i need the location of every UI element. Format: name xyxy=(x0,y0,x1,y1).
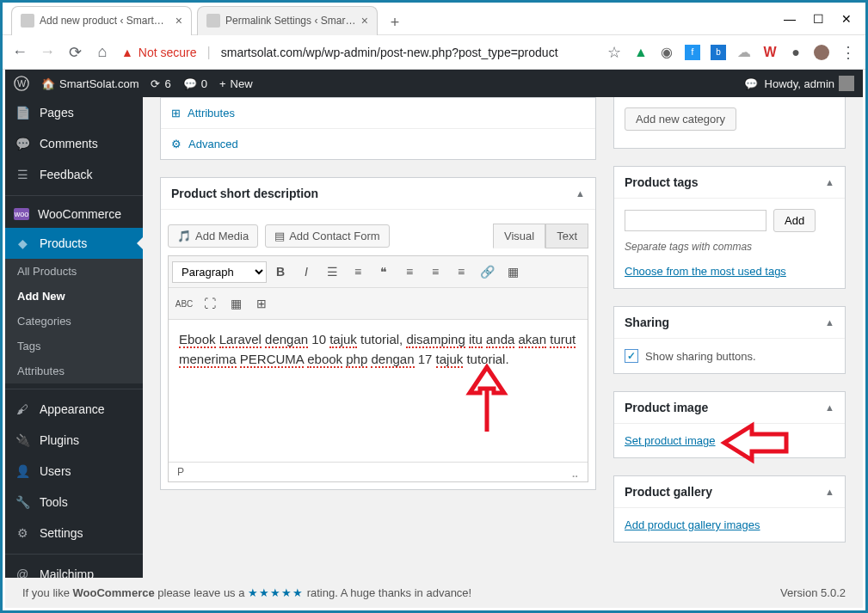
maximize-button[interactable]: ☐ xyxy=(813,12,824,26)
page-icon: 📄 xyxy=(14,104,31,121)
media-icon: 🎵 xyxy=(177,230,191,242)
star-icon[interactable]: ☆ xyxy=(606,43,623,62)
browser-tab[interactable]: Permalink Settings ‹ SmartSolat.c × xyxy=(197,6,378,35)
submenu-attributes[interactable]: Attributes xyxy=(5,359,143,383)
home-button[interactable]: ⌂ xyxy=(94,43,111,61)
profile-avatar[interactable] xyxy=(814,45,829,60)
quote-button[interactable]: ❝ xyxy=(372,260,396,284)
set-product-image-link[interactable]: Set product image xyxy=(625,434,716,447)
tab-attributes[interactable]: ⊞Attributes xyxy=(161,98,595,129)
tab-advanced[interactable]: ⚙Advanced xyxy=(161,129,595,159)
category-box: Add new category xyxy=(613,97,846,149)
site-link[interactable]: 🏠SmartSolat.com xyxy=(41,77,139,90)
editor-content[interactable]: Ebook Laravel dengan 10 tajuk tutorial, … xyxy=(169,320,588,462)
updates-link[interactable]: ⟳6 xyxy=(151,77,170,90)
admin-menu: 📄Pages 💬Comments ☰Feedback wooWooCommerc… xyxy=(5,97,143,578)
menu-appearance[interactable]: 🖌Appearance xyxy=(5,394,143,425)
visual-tab[interactable]: Visual xyxy=(493,224,545,248)
products-icon: ◆ xyxy=(14,235,31,252)
submenu-all-products[interactable]: All Products xyxy=(5,259,143,284)
toggle-icon[interactable]: ▲ xyxy=(825,487,834,497)
menu-mailchimp[interactable]: @Mailchimp xyxy=(5,559,143,578)
browser-tab-active[interactable]: Add new product ‹ SmartSolat.co × xyxy=(11,6,192,35)
new-link[interactable]: +New xyxy=(219,77,253,90)
home-icon: 🏠 xyxy=(41,77,55,90)
ext-icon[interactable]: ☁ xyxy=(736,45,752,60)
numbered-list-button[interactable]: ≡ xyxy=(346,260,370,284)
align-left-button[interactable]: ≡ xyxy=(397,260,422,284)
comment-icon: 💬 xyxy=(183,77,197,90)
toggle-icon[interactable]: ▲ xyxy=(576,188,585,199)
rating-link[interactable]: ★★★★★ xyxy=(248,586,304,599)
more-button[interactable]: ⊞ xyxy=(249,291,274,316)
address-bar: ← → ⟳ ⌂ ▲ Not secure | smartsolat.com/wp… xyxy=(3,35,865,70)
ext-icon[interactable]: b xyxy=(711,45,726,60)
toolbar-toggle-button[interactable]: ▦ xyxy=(501,260,525,284)
add-category-button[interactable]: Add new category xyxy=(625,107,736,131)
woocommerce-icon: woo xyxy=(14,208,29,220)
resize-handle[interactable]: ⣀ xyxy=(571,466,579,478)
table-button[interactable]: ▦ xyxy=(224,291,248,316)
menu-feedback[interactable]: ☰Feedback xyxy=(5,159,143,190)
submenu-categories[interactable]: Categories xyxy=(5,309,143,334)
close-button[interactable]: ✕ xyxy=(841,12,852,26)
add-gallery-link[interactable]: Add product gallery images xyxy=(625,518,760,531)
text-tab[interactable]: Text xyxy=(545,224,588,248)
ext-icon[interactable]: W xyxy=(762,45,778,60)
menu-pages[interactable]: 📄Pages xyxy=(5,97,143,128)
menu-users[interactable]: 👤Users xyxy=(5,456,143,487)
close-icon[interactable]: × xyxy=(175,14,182,28)
link-button[interactable]: 🔗 xyxy=(475,260,499,284)
ext-icon[interactable]: ◉ xyxy=(659,45,674,60)
forward-button[interactable]: → xyxy=(39,43,56,61)
strikethrough-button[interactable]: ABC xyxy=(172,291,196,316)
add-media-button[interactable]: 🎵Add Media xyxy=(168,224,258,248)
choose-tags-link[interactable]: Choose from the most used tags xyxy=(625,265,786,278)
new-tab-button[interactable]: + xyxy=(383,11,407,35)
sharing-checkbox[interactable]: ✓ xyxy=(625,349,638,363)
settings-icon: ⚙ xyxy=(14,524,31,542)
back-button[interactable]: ← xyxy=(11,43,28,61)
submenu-tags[interactable]: Tags xyxy=(5,334,143,359)
fullscreen-button[interactable]: ⛶ xyxy=(198,291,222,316)
tools-icon: 🔧 xyxy=(14,493,31,511)
menu-tools[interactable]: 🔧Tools xyxy=(5,487,143,518)
comments-link[interactable]: 💬0 xyxy=(183,77,207,90)
menu-products[interactable]: ◆Products xyxy=(5,228,143,259)
menu-comments[interactable]: 💬Comments xyxy=(5,128,143,159)
italic-button[interactable]: I xyxy=(294,260,318,284)
format-select[interactable]: Paragraph xyxy=(172,261,267,283)
menu-settings[interactable]: ⚙Settings xyxy=(5,518,143,549)
bold-button[interactable]: B xyxy=(268,260,292,284)
ext-icon[interactable]: f xyxy=(685,45,700,60)
reload-button[interactable]: ⟳ xyxy=(66,43,83,62)
align-center-button[interactable]: ≡ xyxy=(423,260,447,284)
minimize-button[interactable]: — xyxy=(784,12,796,26)
notification-icon[interactable]: 💬 xyxy=(744,77,758,90)
plus-icon: + xyxy=(219,77,226,90)
close-icon[interactable]: × xyxy=(361,14,368,28)
url-field[interactable]: smartsolat.com/wp/wp-admin/post-new.php?… xyxy=(221,46,595,59)
avatar xyxy=(839,76,854,91)
security-indicator[interactable]: ▲ Not secure xyxy=(121,46,197,59)
ext-icon[interactable]: ▲ xyxy=(633,45,649,60)
add-tag-button[interactable]: Add xyxy=(773,209,816,232)
user-menu[interactable]: Howdy, admin xyxy=(765,76,854,91)
menu-plugins[interactable]: 🔌Plugins xyxy=(5,425,143,456)
warning-icon: ▲ xyxy=(121,46,133,59)
annotation-arrow-left xyxy=(717,421,791,464)
wp-logo[interactable]: W xyxy=(14,76,29,91)
submenu-add-new[interactable]: Add New xyxy=(5,284,143,309)
users-icon: 👤 xyxy=(14,463,31,480)
bullet-list-button[interactable]: ☰ xyxy=(320,260,344,284)
menu-icon[interactable]: ⋮ xyxy=(840,43,857,62)
add-contact-form-button[interactable]: ▤Add Contact Form xyxy=(265,224,390,248)
menu-woocommerce[interactable]: wooWooCommerce xyxy=(5,200,143,228)
box-title: Sharing xyxy=(625,316,669,329)
toggle-icon[interactable]: ▲ xyxy=(825,402,834,413)
tags-input[interactable] xyxy=(625,210,766,231)
toggle-icon[interactable]: ▲ xyxy=(825,317,834,328)
ext-icon[interactable]: ● xyxy=(788,45,803,60)
align-right-button[interactable]: ≡ xyxy=(449,260,473,284)
toggle-icon[interactable]: ▲ xyxy=(825,177,834,187)
